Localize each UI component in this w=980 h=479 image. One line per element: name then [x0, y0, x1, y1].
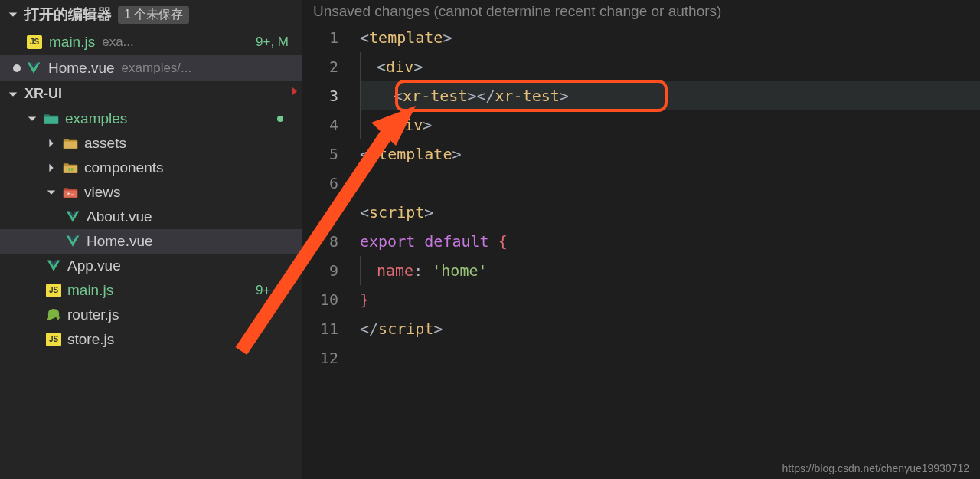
vue-icon — [65, 209, 80, 225]
folder-icon — [63, 160, 78, 176]
code-line: <xr-test></xr-test> — [360, 81, 980, 110]
tree-folder-components[interactable]: components — [0, 156, 302, 180]
router-icon — [46, 307, 61, 323]
gutter: 1 2 3 4 5 6 7 8 9 10 11 12 — [302, 23, 360, 372]
code-line: <script> — [360, 198, 980, 227]
file-name: main.js — [49, 34, 95, 51]
tree-file-about-vue[interactable]: About.vue — [0, 205, 302, 229]
tree-folder-views[interactable]: views — [0, 180, 302, 205]
code-line: </script> — [360, 314, 980, 343]
project-name: XR-UI — [24, 86, 62, 102]
breakpoint-marker-icon — [292, 87, 297, 96]
vue-icon — [26, 61, 41, 76]
code-line: <template> — [360, 23, 980, 52]
editor-annotation: Unsaved changes (cannot determine recent… — [302, 0, 980, 23]
code-line: </div> — [360, 110, 980, 139]
git-status: 9+, M — [256, 34, 289, 50]
svg-rect-1 — [71, 168, 74, 171]
js-icon: JS — [46, 333, 61, 346]
tree-file-app-vue[interactable]: App.vue — [0, 254, 302, 278]
code-line: export default { — [360, 227, 980, 256]
chevron-down-icon — [8, 9, 18, 20]
unsaved-dot-icon — [13, 64, 21, 72]
tree-file-home-vue[interactable]: Home.vue — [0, 229, 302, 254]
chevron-down-icon — [27, 113, 38, 124]
code-line: </template> — [360, 139, 980, 169]
vue-icon — [65, 234, 80, 249]
file-name: router.js — [67, 307, 119, 323]
file-name: Home.vue — [48, 60, 115, 77]
file-name: main.js — [67, 282, 113, 299]
code-line — [360, 169, 980, 198]
folder-name: components — [84, 159, 164, 176]
vue-icon — [46, 258, 61, 274]
code-line: } — [360, 285, 980, 314]
open-editor-item[interactable]: Home.vue examples/... — [0, 55, 302, 81]
line-number: 1 — [302, 23, 338, 52]
tree-file-main-js[interactable]: JS main.js 9+, M — [0, 278, 302, 303]
line-number: 6 — [302, 169, 338, 198]
folder-name: assets — [84, 135, 126, 152]
folder-icon — [63, 185, 78, 200]
line-number: 5 — [302, 139, 338, 169]
sidebar: 打开的编辑器 1 个未保存 JS main.js exa... 9+, M Ho… — [0, 0, 302, 479]
modified-dot-icon — [277, 116, 283, 122]
line-number: 10 — [302, 285, 338, 314]
chevron-down-icon — [8, 89, 18, 100]
code-line — [360, 343, 980, 372]
folder-name: examples — [65, 110, 127, 127]
line-number: 4 — [302, 110, 338, 139]
js-icon: JS — [46, 284, 61, 297]
file-name: Home.vue — [87, 233, 153, 250]
open-editor-item[interactable]: JS main.js exa... 9+, M — [0, 29, 302, 55]
code-area[interactable]: 1 2 3 4 5 6 7 8 9 10 11 12 <template> <d… — [302, 23, 980, 372]
folder-name: views — [84, 184, 121, 201]
js-icon: JS — [27, 35, 42, 49]
folder-icon — [63, 136, 78, 151]
code-line: name: 'home' — [360, 256, 980, 285]
line-number: 7 — [302, 198, 338, 227]
line-number: 12 — [302, 343, 338, 372]
chevron-down-icon — [46, 187, 57, 198]
file-name: About.vue — [87, 208, 152, 225]
editor-pane: Unsaved changes (cannot determine recent… — [302, 0, 980, 479]
chevron-right-icon — [46, 138, 57, 149]
folder-icon — [44, 111, 59, 126]
line-number: 2 — [302, 52, 338, 81]
file-path: exa... — [102, 34, 134, 50]
file-name: store.js — [67, 331, 114, 348]
line-number: 8 — [302, 227, 338, 256]
file-path: examples/... — [122, 61, 192, 76]
git-status: 9+, M — [256, 283, 289, 298]
line-number: 3 — [302, 81, 338, 110]
file-name: App.vue — [67, 258, 121, 274]
open-editors-header[interactable]: 打开的编辑器 1 个未保存 — [0, 0, 302, 29]
tree-folder-examples[interactable]: examples — [0, 107, 302, 131]
chevron-right-icon — [46, 162, 57, 173]
project-header[interactable]: XR-UI — [0, 81, 302, 107]
unsaved-badge: 1 个未保存 — [118, 6, 189, 24]
code-content[interactable]: <template> <div> <xr-test></xr-test> </d… — [360, 23, 980, 372]
tree-file-router-js[interactable]: router.js — [0, 303, 302, 327]
code-line: <div> — [360, 52, 980, 81]
svg-rect-0 — [69, 168, 71, 171]
tree-folder-assets[interactable]: assets — [0, 131, 302, 156]
watermark: https://blog.csdn.net/chenyue19930712 — [782, 462, 969, 474]
line-number: 9 — [302, 256, 338, 285]
line-number: 11 — [302, 314, 338, 343]
open-editors-label: 打开的编辑器 — [24, 5, 112, 25]
tree-file-store-js[interactable]: JS store.js — [0, 327, 302, 352]
